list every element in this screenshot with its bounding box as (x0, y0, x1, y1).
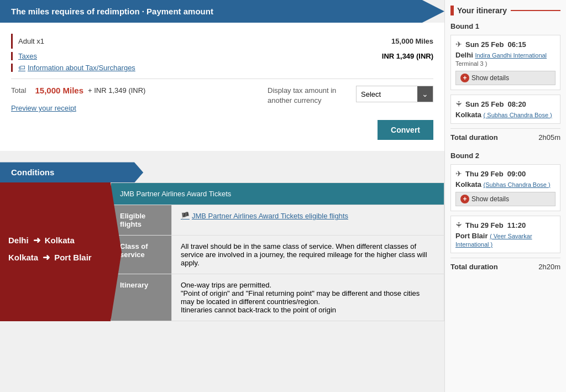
conditions-header: Conditions (0, 162, 149, 182)
flight-arr-city2: Port Blair ( Veer Savarkar International… (455, 232, 555, 248)
total-row: Total 15,000 Miles + INR 1,349 (INR) (11, 86, 145, 95)
bound2-header: Bound 2 (450, 151, 560, 160)
flight-card-arr1: ✈ Sun 25 Feb 08:20 Kolkata ( Subhas Chan… (450, 95, 560, 124)
table-row: Eligible flights 🏴 JMB Partner Airlines … (111, 205, 444, 236)
route-arrow-icon-2: ➜ (43, 252, 50, 263)
conditions-content: Delhi ➜ Kolkata Kolkata ➜ Port Blair JMB… (0, 182, 444, 321)
flight-dep-city1: Delhi Indira Gandhi International Termin… (455, 51, 555, 67)
route-panel: Delhi ➜ Kolkata Kolkata ➜ Port Blair (0, 182, 111, 321)
total-label: Total (11, 86, 26, 95)
content-service: All travel should be in the same class o… (172, 236, 444, 274)
info-label: Information about Tax/Surcharges (28, 64, 135, 72)
total-duration-2: Total duration 2h20m (450, 258, 560, 275)
total-duration-value-2: 2h20m (538, 263, 560, 271)
flight-time-row-dep2: ✈ Thu 29 Feb 09:00 (455, 169, 555, 178)
category-eligible: Eligible flights (111, 205, 172, 236)
flight-arr-city1: Kolkata ( Subhas Chandra Bose ) (455, 111, 555, 119)
adult-label: Adult x1 (18, 37, 44, 45)
flight-dep-datetime1: Sun 25 Feb 06:15 (465, 40, 526, 49)
total-duration-1: Total duration 2h05m (450, 128, 560, 146)
sidebar-title-text: Your itinerary (457, 6, 507, 15)
flight-arr-time-row2: ✈ Thu 29 Feb 11:20 (455, 221, 555, 229)
route-arrow-icon-1: ➜ (33, 235, 40, 245)
divider (11, 79, 433, 79)
content-eligible: 🏴 JMB Partner Airlines Award Tickets eli… (172, 205, 444, 236)
header-title: The miles requires of redimption · Payme… (11, 7, 213, 16)
currency-dropdown-btn[interactable]: ⌄ (417, 86, 433, 102)
header-banner: The miles requires of redimption · Payme… (0, 0, 444, 23)
total-extra: + INR 1,349 (INR) (88, 86, 145, 95)
flight-card-arr2: ✈ Thu 29 Feb 11:20 Port Blair ( Veer Sav… (450, 216, 560, 253)
flight-dep-city2: Kolkata (Subhas Chandra Bose ) (455, 180, 555, 189)
sidebar-title: Your itinerary (450, 6, 560, 15)
content-itinerary: One-way trips are permitted. "Point of o… (172, 274, 444, 321)
display-tax-label: Display tax amount in another currency (268, 86, 345, 106)
flight-time-row: ✈ Sun 25 Feb 06:15 (455, 40, 555, 49)
total-duration-value-1: 2h05m (538, 133, 560, 142)
flight-card-dep1: ✈ Sun 25 Feb 06:15 Delhi Indira Gandhi I… (450, 35, 560, 90)
payment-section: Adult x1 15,000 Miles Taxes INR 1,349 (I… (0, 23, 444, 151)
flight-arr-datetime2: Thu 29 Feb 11:20 (465, 221, 526, 229)
route-item-2: Kolkata ➜ Port Blair (8, 252, 102, 263)
adult-row: Adult x1 15,000 Miles (11, 34, 433, 49)
total-duration-label-1: Total duration (450, 133, 498, 142)
show-details-label-2: Show details (471, 195, 509, 203)
table-row: Class of service All travel should be in… (111, 236, 444, 274)
flight-card-dep2: ✈ Thu 29 Feb 09:00 Kolkata (Subhas Chand… (450, 164, 560, 211)
plane-icon: ✈ (455, 40, 462, 49)
convert-button[interactable]: Convert (378, 120, 433, 140)
bound1-header: Bound 1 (450, 22, 560, 30)
route-to-1: Kolkata (45, 236, 75, 245)
route-from-1: Delhi (8, 236, 29, 245)
show-details-label-1: Show details (471, 74, 509, 82)
info-row: 🏷 Information about Tax/Surcharges (11, 64, 433, 72)
plus-icon: + (460, 74, 469, 82)
sidebar: Your itinerary Bound 1 ✈ Sun 25 Feb 06:1… (444, 0, 566, 392)
currency-select-wrapper: Select ⌄ (356, 86, 433, 102)
table-header: JMB Partner Airlines Award Tickets (111, 183, 444, 205)
route-item-1: Delhi ➜ Kolkata (8, 235, 102, 245)
category-itinerary: Itinerary (111, 274, 172, 321)
flight-arr-icon1: ✈ (454, 101, 463, 107)
currency-select[interactable]: Select (357, 87, 417, 102)
info-link[interactable]: 🏷 Information about Tax/Surcharges (18, 64, 433, 72)
show-details-btn-2[interactable]: + Show details (455, 192, 555, 206)
flag-icon: 🏴 (181, 212, 190, 220)
tag-icon: 🏷 (18, 64, 25, 72)
flight-arr-icon2: ✈ (454, 222, 463, 228)
flight-arr-datetime1: Sun 25 Feb 08:20 (465, 100, 526, 108)
route-from-2: Kolkata (8, 253, 38, 262)
total-miles: 15,000 Miles (35, 86, 83, 95)
adult-amount: 15,000 Miles (391, 37, 433, 45)
table-row: Itinerary One-way trips are permitted. "… (111, 274, 444, 321)
conditions-title: Conditions (11, 168, 54, 177)
plane-icon-dep2: ✈ (455, 169, 462, 178)
taxes-amount: INR 1,349 (INR) (382, 52, 433, 60)
taxes-link[interactable]: Taxes (18, 52, 37, 60)
route-to-2: Port Blair (54, 253, 92, 262)
plus-icon-2: + (460, 195, 469, 203)
preview-receipt-link[interactable]: Preview your receipt (11, 104, 76, 112)
taxes-row: Taxes INR 1,349 (INR) (11, 52, 433, 60)
eligible-flights-link[interactable]: 🏴 JMB Partner Airlines Award Tickets eli… (181, 212, 435, 220)
flight-dep-datetime2: Thu 29 Feb 09:00 (465, 170, 526, 178)
flight-arr-time-row1: ✈ Sun 25 Feb 08:20 (455, 100, 555, 108)
conditions-table: JMB Partner Airlines Award Tickets Eligi… (111, 182, 444, 321)
show-details-btn-1[interactable]: + Show details (455, 71, 555, 85)
currency-section: Display tax amount in another currency S… (268, 86, 433, 106)
total-duration-label-2: Total duration (450, 263, 498, 271)
